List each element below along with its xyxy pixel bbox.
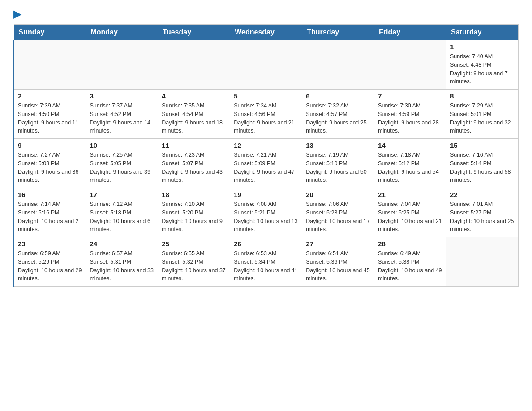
day-number: 1 [450, 43, 515, 51]
calendar-cell: 23Sunrise: 6:59 AM Sunset: 5:29 PM Dayli… [14, 237, 86, 287]
calendar-cell [14, 40, 86, 90]
calendar-cell: 22Sunrise: 7:01 AM Sunset: 5:27 PM Dayli… [446, 188, 519, 237]
calendar-week-row: 2Sunrise: 7:39 AM Sunset: 4:50 PM Daylig… [14, 90, 519, 139]
day-info: Sunrise: 7:37 AM Sunset: 4:52 PM Dayligh… [90, 102, 154, 135]
calendar-cell: 25Sunrise: 6:55 AM Sunset: 5:32 PM Dayli… [158, 237, 230, 287]
day-info: Sunrise: 7:32 AM Sunset: 4:57 PM Dayligh… [306, 102, 370, 135]
weekday-header-monday: Monday [86, 25, 158, 40]
day-info: Sunrise: 6:55 AM Sunset: 5:32 PM Dayligh… [162, 249, 226, 283]
calendar-cell [302, 40, 374, 90]
day-number: 4 [162, 92, 226, 100]
calendar-header-row: SundayMondayTuesdayWednesdayThursdayFrid… [14, 25, 519, 40]
calendar-table: SundayMondayTuesdayWednesdayThursdayFrid… [13, 24, 519, 287]
day-number: 8 [450, 92, 515, 100]
weekday-header-saturday: Saturday [446, 25, 519, 40]
calendar-cell: 20Sunrise: 7:06 AM Sunset: 5:23 PM Dayli… [302, 188, 374, 237]
day-info: Sunrise: 7:10 AM Sunset: 5:20 PM Dayligh… [162, 200, 226, 234]
day-number: 22 [450, 191, 515, 198]
calendar-cell: 27Sunrise: 6:51 AM Sunset: 5:36 PM Dayli… [302, 237, 374, 287]
day-info: Sunrise: 7:40 AM Sunset: 4:48 PM Dayligh… [450, 52, 515, 86]
day-info: Sunrise: 7:25 AM Sunset: 5:05 PM Dayligh… [90, 151, 154, 184]
calendar-cell: 13Sunrise: 7:19 AM Sunset: 5:10 PM Dayli… [302, 139, 374, 188]
day-info: Sunrise: 7:14 AM Sunset: 5:16 PM Dayligh… [18, 200, 82, 234]
calendar-cell: 3Sunrise: 7:37 AM Sunset: 4:52 PM Daylig… [86, 90, 158, 139]
weekday-header-wednesday: Wednesday [230, 25, 302, 40]
weekday-header-tuesday: Tuesday [158, 25, 230, 40]
calendar-cell [374, 40, 446, 90]
day-info: Sunrise: 7:23 AM Sunset: 5:07 PM Dayligh… [162, 151, 226, 184]
day-number: 20 [306, 191, 370, 198]
calendar-cell: 6Sunrise: 7:32 AM Sunset: 4:57 PM Daylig… [302, 90, 374, 139]
calendar-cell: 17Sunrise: 7:12 AM Sunset: 5:18 PM Dayli… [86, 188, 158, 237]
weekday-header-friday: Friday [374, 25, 446, 40]
day-number: 26 [234, 240, 298, 248]
logo: ▶ [13, 9, 21, 20]
day-info: Sunrise: 7:30 AM Sunset: 4:59 PM Dayligh… [378, 102, 442, 135]
day-number: 3 [90, 92, 154, 100]
calendar-cell: 7Sunrise: 7:30 AM Sunset: 4:59 PM Daylig… [374, 90, 446, 139]
calendar-cell: 28Sunrise: 6:49 AM Sunset: 5:38 PM Dayli… [374, 237, 446, 287]
day-number: 10 [90, 141, 154, 149]
calendar-week-row: 9Sunrise: 7:27 AM Sunset: 5:03 PM Daylig… [14, 139, 519, 188]
day-number: 21 [378, 191, 442, 198]
day-number: 28 [378, 240, 442, 248]
day-info: Sunrise: 7:18 AM Sunset: 5:12 PM Dayligh… [378, 151, 442, 184]
day-number: 15 [450, 141, 515, 149]
day-info: Sunrise: 7:34 AM Sunset: 4:56 PM Dayligh… [234, 102, 298, 135]
calendar-week-row: 16Sunrise: 7:14 AM Sunset: 5:16 PM Dayli… [14, 188, 519, 237]
day-number: 12 [234, 141, 298, 149]
day-info: Sunrise: 6:59 AM Sunset: 5:29 PM Dayligh… [18, 249, 82, 283]
day-number: 23 [18, 240, 82, 248]
calendar-cell [446, 237, 519, 287]
day-info: Sunrise: 7:16 AM Sunset: 5:14 PM Dayligh… [450, 151, 515, 184]
calendar-cell: 19Sunrise: 7:08 AM Sunset: 5:21 PM Dayli… [230, 188, 302, 237]
calendar-cell: 15Sunrise: 7:16 AM Sunset: 5:14 PM Dayli… [446, 139, 519, 188]
calendar-cell: 21Sunrise: 7:04 AM Sunset: 5:25 PM Dayli… [374, 188, 446, 237]
day-number: 2 [18, 92, 82, 100]
day-number: 9 [18, 141, 82, 149]
calendar-cell: 24Sunrise: 6:57 AM Sunset: 5:31 PM Dayli… [86, 237, 158, 287]
calendar-cell: 5Sunrise: 7:34 AM Sunset: 4:56 PM Daylig… [230, 90, 302, 139]
day-info: Sunrise: 6:53 AM Sunset: 5:34 PM Dayligh… [234, 249, 298, 283]
day-info: Sunrise: 7:19 AM Sunset: 5:10 PM Dayligh… [306, 151, 370, 184]
calendar-cell: 2Sunrise: 7:39 AM Sunset: 4:50 PM Daylig… [14, 90, 86, 139]
day-number: 5 [234, 92, 298, 100]
day-info: Sunrise: 7:21 AM Sunset: 5:09 PM Dayligh… [234, 151, 298, 184]
logo-general-text: ▶ [13, 9, 21, 20]
day-info: Sunrise: 7:27 AM Sunset: 5:03 PM Dayligh… [18, 151, 82, 184]
calendar-cell [158, 40, 230, 90]
calendar-cell [86, 40, 158, 90]
page-header: ▶ [13, 9, 519, 20]
day-number: 7 [378, 92, 442, 100]
calendar-cell: 12Sunrise: 7:21 AM Sunset: 5:09 PM Dayli… [230, 139, 302, 188]
day-number: 11 [162, 141, 226, 149]
day-info: Sunrise: 6:57 AM Sunset: 5:31 PM Dayligh… [90, 249, 154, 283]
weekday-header-sunday: Sunday [14, 25, 86, 40]
day-info: Sunrise: 6:49 AM Sunset: 5:38 PM Dayligh… [378, 249, 442, 283]
calendar-cell: 10Sunrise: 7:25 AM Sunset: 5:05 PM Dayli… [86, 139, 158, 188]
day-number: 25 [162, 240, 226, 248]
calendar-cell: 11Sunrise: 7:23 AM Sunset: 5:07 PM Dayli… [158, 139, 230, 188]
day-number: 6 [306, 92, 370, 100]
day-info: Sunrise: 6:51 AM Sunset: 5:36 PM Dayligh… [306, 249, 370, 283]
day-info: Sunrise: 7:04 AM Sunset: 5:25 PM Dayligh… [378, 200, 442, 234]
day-number: 24 [90, 240, 154, 248]
calendar-cell [230, 40, 302, 90]
day-info: Sunrise: 7:29 AM Sunset: 5:01 PM Dayligh… [450, 102, 515, 135]
day-info: Sunrise: 7:39 AM Sunset: 4:50 PM Dayligh… [18, 102, 82, 135]
day-number: 13 [306, 141, 370, 149]
calendar-cell: 8Sunrise: 7:29 AM Sunset: 5:01 PM Daylig… [446, 90, 519, 139]
day-info: Sunrise: 7:06 AM Sunset: 5:23 PM Dayligh… [306, 200, 370, 234]
calendar-cell: 26Sunrise: 6:53 AM Sunset: 5:34 PM Dayli… [230, 237, 302, 287]
day-number: 19 [234, 191, 298, 198]
calendar-cell: 1Sunrise: 7:40 AM Sunset: 4:48 PM Daylig… [446, 40, 519, 90]
calendar-cell: 18Sunrise: 7:10 AM Sunset: 5:20 PM Dayli… [158, 188, 230, 237]
day-info: Sunrise: 7:08 AM Sunset: 5:21 PM Dayligh… [234, 200, 298, 234]
calendar-cell: 9Sunrise: 7:27 AM Sunset: 5:03 PM Daylig… [14, 139, 86, 188]
calendar-cell: 4Sunrise: 7:35 AM Sunset: 4:54 PM Daylig… [158, 90, 230, 139]
day-number: 16 [18, 191, 82, 198]
day-number: 17 [90, 191, 154, 198]
calendar-week-row: 1Sunrise: 7:40 AM Sunset: 4:48 PM Daylig… [14, 40, 519, 90]
day-number: 18 [162, 191, 226, 198]
day-info: Sunrise: 7:01 AM Sunset: 5:27 PM Dayligh… [450, 200, 515, 234]
